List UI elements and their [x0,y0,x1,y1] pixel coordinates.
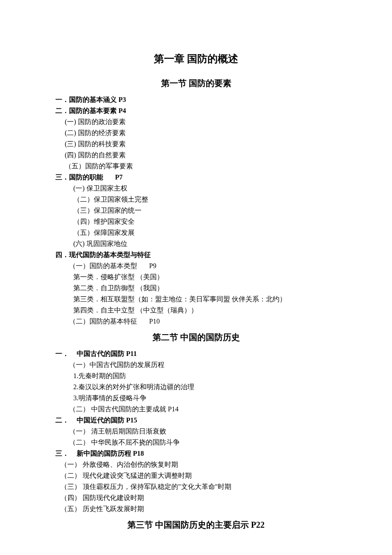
item-3-3: （三）保卫国家的统一 [73,205,337,216]
heading-2-2-prefix: 二． [55,416,69,424]
item-s2-3d: （四） 国防现代化建设时期 [61,493,337,503]
heading-2-3: 三．新中国的国防历程 P18 [55,448,337,459]
heading-1-3-text: 三．国防的职能 [55,173,103,181]
heading-2-3-text: 新中国的国防历程 P18 [77,450,144,457]
item-s2-3c: （三） 顶住霸权压力，保持军队稳定的"文化大革命"时期 [61,482,337,492]
section-3-title: 第三节 中国国防历史的主要启示 P22 [55,518,337,531]
item-4a-2: 第二类．自卫防御型 （我国） [73,283,337,293]
heading-1-3-page: P7 [115,173,123,181]
item-3-2: （二）保卫国家领土完整 [73,194,337,205]
item-3-5: （五）保障国家发展 [73,228,337,238]
heading-2-2: 二．中国近代的国防 P15 [55,415,337,425]
heading-1-3: 三．国防的职能P7 [55,172,337,182]
item-4a-1: 第一类．侵略扩张型 （美国） [73,272,337,282]
chapter-title: 第一章 国防的概述 [55,51,337,66]
item-s2-3e: （五） 历史性飞跃发展时期 [61,504,337,514]
item-s2-3b: （二） 现代化建设突飞猛进的重大调整时期 [61,471,337,481]
item-s2-1b: （二） 中国古代国防的主要成就 P14 [69,404,337,414]
heading-4-b-text: （二）国防的基本特征 [69,318,137,325]
heading-2-1-prefix: 一． [55,350,69,357]
heading-1-1: 一．国防的基本涵义 P3 [55,95,337,105]
section-1-title: 第一节 国防的要素 [55,77,337,90]
item-2-4: (四) 国防的自然要素 [65,150,337,160]
heading-4-b: （二）国防的基本特征P10 [69,316,337,327]
section-2-title: 第二节 中国的国防历史 [55,331,337,344]
item-s2-3a: （一） 外敌侵略、内治创伤的恢复时期 [61,460,337,470]
item-2-5: （五）国防的军事要素 [65,161,337,171]
heading-2-1-text: 中国古代的国防 P11 [77,350,137,357]
item-s2-1a-2: 2.秦汉以来的对外扩张和明清边疆的治理 [73,382,337,392]
heading-4-a-text: （一）国防的基本类型 [69,262,137,269]
item-2-1: (一) 国防的政治要素 [65,117,337,127]
item-s2-2a: （一） 清王朝后期国防日渐衰败 [69,426,337,436]
item-3-4: （四）维护国家安全 [73,217,337,227]
heading-1-4: 四．现代国防的基本类型与特征 [55,250,337,260]
item-s2-2b: （二） 中华民族不屈不挠的国防斗争 [69,437,337,448]
heading-4-a: （一）国防的基本类型P9 [69,261,337,271]
heading-2-1: 一．中国古代的国防 P11 [55,349,337,359]
item-4a-3: 第三类．相互联盟型（如：盟主地位：美日军事同盟 伙伴关系：北约） [73,294,337,304]
item-s2-1a: （一）中国古代国防的发展历程 [69,360,337,370]
heading-2-3-prefix: 三． [55,450,69,457]
heading-4-a-page: P9 [149,262,156,269]
heading-4-b-page: P10 [149,318,160,325]
heading-2-2-text: 中国近代的国防 P15 [77,416,137,424]
item-3-1: (一) 保卫国家主权 [73,183,337,194]
item-s2-1a-1: 1.先秦时期的国防 [73,371,337,381]
item-2-3: (三) 国防的科技要素 [65,139,337,149]
item-3-6: (六) 巩固国家地位 [73,239,337,249]
heading-1-2: 二．国防的基本要素 P4 [55,106,337,116]
item-s2-1a-3: 3.明清事情的反侵略斗争 [73,393,337,403]
item-2-2: (二) 国防的经济要素 [65,128,337,138]
item-4a-4: 第四类．自主中立型 （中立型（瑞典）） [73,305,337,315]
